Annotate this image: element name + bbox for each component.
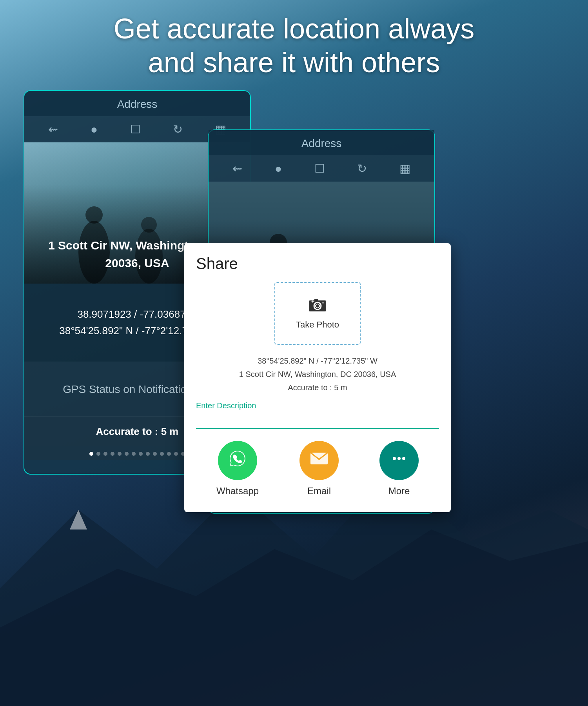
share-title: Share [196,255,439,273]
whatsapp-group: Whatsapp [216,441,259,497]
email-group: Email [299,441,339,497]
back-location-icon[interactable]: ● [91,123,98,136]
dot-9[interactable] [146,452,150,456]
dot-3[interactable] [103,452,107,456]
dot-7[interactable] [132,452,136,456]
share-coords-line1: 38°54'25.892" N / -77°2'12.735" W [196,354,439,368]
front-location-icon[interactable]: ● [275,162,282,175]
back-refresh-icon[interactable]: ↻ [173,122,183,136]
svg-point-23 [402,457,405,460]
dot-8[interactable] [139,452,143,456]
svg-rect-17 [314,299,318,301]
dot-1[interactable] [89,452,93,456]
front-grid-icon[interactable]: ▦ [399,162,410,175]
front-card-title: Address [209,130,434,155]
camera-icon: + [308,297,327,316]
share-buttons-row: Whatsapp Email [196,441,439,497]
back-card-title: Address [24,91,250,116]
description-input[interactable] [196,413,439,429]
svg-point-18 [322,302,324,304]
whatsapp-icon [228,449,247,472]
front-share-icon[interactable]: ⇜ [232,162,242,175]
take-photo-label: Take Photo [296,320,339,330]
dot-5[interactable] [118,452,122,456]
svg-point-21 [393,457,396,460]
take-photo-button[interactable]: + Take Photo [274,282,361,345]
more-group: More [379,441,419,497]
dot-4[interactable] [111,452,114,456]
description-label: Enter Description [196,401,439,410]
share-coords-line3: Accurate to : 5 m [196,381,439,394]
svg-text:+: + [311,298,314,305]
back-share-icon[interactable]: ⇜ [48,122,58,136]
dot-12[interactable] [167,452,171,456]
email-button[interactable] [299,441,339,480]
dot-11[interactable] [160,452,164,456]
headline: Get accurate location always and share i… [0,12,588,80]
dot-2[interactable] [96,452,100,456]
dot-10[interactable] [153,452,157,456]
more-label: More [388,486,410,497]
svg-point-22 [397,457,401,460]
more-button[interactable] [379,441,419,480]
dot-13[interactable] [174,452,178,456]
whatsapp-label: Whatsapp [216,486,259,497]
share-coords-info: 38°54'25.892" N / -77°2'12.735" W 1 Scot… [196,354,439,394]
back-accuracy-text: Accurate to : 5 m [96,426,179,437]
more-icon [390,449,408,472]
email-label: Email [307,486,331,497]
share-panel: Share + Take Photo 38°54'25.892" N / -77… [184,243,451,512]
front-save-icon[interactable]: ☐ [314,162,325,175]
dot-6[interactable] [125,452,129,456]
back-save-icon[interactable]: ☐ [130,122,141,136]
email-icon [309,451,329,470]
whatsapp-button[interactable] [218,441,257,480]
headline-line2: and share it with others [24,45,564,79]
front-toolbar: ⇜ ● ☐ ↻ ▦ [209,155,434,182]
share-coords-line2: 1 Scott Cir NW, Washington, DC 20036, US… [196,368,439,381]
headline-line1: Get accurate location always [24,12,564,45]
front-refresh-icon[interactable]: ↻ [357,162,367,175]
